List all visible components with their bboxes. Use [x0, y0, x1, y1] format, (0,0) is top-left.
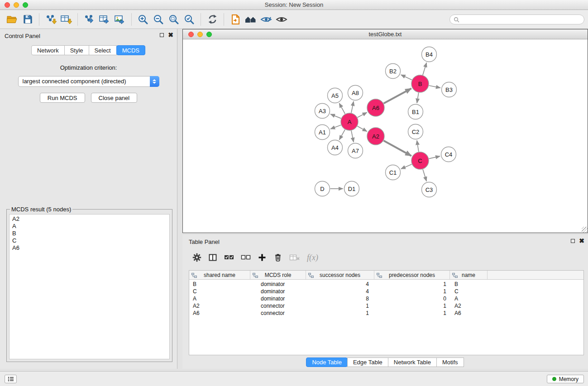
- network-close-button[interactable]: [188, 32, 194, 37]
- table-cell[interactable]: dominator: [250, 288, 306, 295]
- node-D[interactable]: D: [315, 181, 330, 196]
- node-A[interactable]: A: [341, 113, 358, 130]
- result-item-a6[interactable]: A6: [10, 244, 169, 252]
- table-cell[interactable]: C: [450, 288, 488, 295]
- tab-network-table[interactable]: Network Table: [388, 357, 437, 367]
- export-image-button[interactable]: [112, 12, 128, 27]
- table-cell[interactable]: A2: [189, 302, 250, 310]
- export-network-button[interactable]: [81, 12, 97, 27]
- optimization-criterion-select[interactable]: largest connected component (directed): [18, 76, 159, 87]
- edge-C-C2[interactable]: [417, 140, 419, 152]
- node-A8[interactable]: A8: [348, 86, 363, 100]
- node-B3[interactable]: B3: [442, 82, 457, 97]
- result-item-a[interactable]: A: [10, 223, 169, 230]
- network-canvas[interactable]: B4B2BB3A8A5A6A3B1AC2A1A2A4A7C4CC1C3DD1: [183, 39, 588, 233]
- node-B4[interactable]: B4: [422, 47, 437, 62]
- tab-select[interactable]: Select: [89, 45, 117, 55]
- tab-style[interactable]: Style: [64, 45, 89, 55]
- export-table-button[interactable]: [97, 12, 112, 27]
- column-header-name[interactable]: name: [450, 271, 488, 279]
- tab-motifs[interactable]: Motifs: [436, 357, 464, 367]
- edge-A-A3[interactable]: [330, 114, 341, 118]
- column-header-successor-nodes[interactable]: successor nodes: [306, 271, 374, 279]
- function-builder-button[interactable]: f(x): [307, 253, 318, 262]
- node-C[interactable]: C: [411, 152, 429, 169]
- edge-C-C3[interactable]: [423, 169, 426, 181]
- table-row-a2[interactable]: A2connector11A2: [189, 302, 583, 310]
- eye-tool-button[interactable]: [274, 12, 289, 27]
- network-minimize-button[interactable]: [197, 32, 203, 37]
- table-cell[interactable]: dominator: [250, 295, 306, 302]
- edge-A-A5[interactable]: [339, 103, 345, 114]
- open-session-button[interactable]: [5, 12, 20, 27]
- node-C2[interactable]: C2: [408, 124, 423, 139]
- node-C3[interactable]: C3: [422, 182, 437, 197]
- import-network-button[interactable]: [43, 12, 58, 27]
- table-cell[interactable]: A2: [450, 302, 488, 310]
- edge-A-A6[interactable]: [358, 112, 367, 117]
- table-cell[interactable]: A: [189, 295, 250, 302]
- node-A2[interactable]: A2: [367, 128, 384, 145]
- tab-mcds[interactable]: MCDS: [116, 45, 145, 55]
- refresh-layout-button[interactable]: [205, 12, 220, 27]
- table-cell[interactable]: B: [450, 281, 488, 288]
- edge-B-B4[interactable]: [423, 63, 426, 75]
- table-cell[interactable]: connector: [250, 302, 306, 310]
- edge-B-B1[interactable]: [417, 93, 419, 103]
- tab-node-table[interactable]: Node Table: [306, 357, 348, 367]
- table-cell[interactable]: C: [189, 288, 250, 295]
- add-column-button[interactable]: [258, 253, 267, 262]
- edge-A6-B[interactable]: [384, 89, 411, 104]
- result-item-c[interactable]: C: [10, 237, 169, 244]
- edge-A-A4[interactable]: [339, 129, 345, 140]
- table-settings-button[interactable]: [192, 253, 201, 262]
- node-D1[interactable]: D1: [344, 181, 359, 196]
- deselect-all-button[interactable]: [241, 253, 251, 262]
- table-cell[interactable]: 0: [374, 295, 450, 302]
- table-row-a6[interactable]: A6connector11A6: [189, 310, 583, 317]
- table-cell[interactable]: B: [189, 281, 250, 288]
- node-B1[interactable]: B1: [408, 105, 423, 119]
- zoom-out-button[interactable]: [151, 12, 166, 27]
- save-session-button[interactable]: [20, 12, 35, 27]
- edge-A-A8[interactable]: [351, 101, 354, 113]
- table-cell[interactable]: 1: [306, 302, 374, 310]
- float-panel-icon[interactable]: [160, 33, 164, 37]
- node-A7[interactable]: A7: [348, 143, 363, 158]
- memory-button[interactable]: Memory: [547, 375, 584, 383]
- table-cell[interactable]: 1: [374, 281, 450, 288]
- delete-table-button[interactable]: [289, 253, 300, 262]
- session-search[interactable]: [449, 14, 584, 24]
- column-header-MCDS-role[interactable]: MCDS role: [250, 271, 306, 279]
- node-A5[interactable]: A5: [328, 88, 343, 103]
- float-table-panel-icon[interactable]: [571, 239, 575, 243]
- edge-A-A2[interactable]: [358, 126, 367, 132]
- table-cell[interactable]: 4: [306, 281, 374, 288]
- table-cell[interactable]: connector: [250, 310, 306, 317]
- table-cell[interactable]: dominator: [250, 281, 306, 288]
- maximize-window-button[interactable]: [23, 2, 28, 8]
- table-row-c[interactable]: Cdominator41C: [189, 288, 583, 295]
- table-cell[interactable]: 4: [306, 288, 374, 295]
- node-C1[interactable]: C1: [386, 165, 401, 180]
- table-cell[interactable]: A6: [189, 310, 250, 317]
- edge-B-B2[interactable]: [401, 75, 412, 80]
- mcds-result-list[interactable]: A2ABCA6: [9, 214, 170, 359]
- edge-A-A1[interactable]: [330, 125, 341, 129]
- edge-B-B3[interactable]: [429, 86, 440, 88]
- minimize-window-button[interactable]: [14, 2, 19, 8]
- node-A6[interactable]: A6: [367, 99, 384, 116]
- column-header-shared-name[interactable]: shared name: [189, 271, 250, 279]
- zoom-fit-button[interactable]: [166, 12, 182, 27]
- homes-tool-button[interactable]: [243, 12, 258, 27]
- node-B2[interactable]: B2: [386, 64, 401, 79]
- table-row-b[interactable]: Bdominator41B: [189, 281, 583, 288]
- node-C4[interactable]: C4: [441, 147, 456, 162]
- tab-network[interactable]: Network: [31, 45, 65, 55]
- table-cell[interactable]: A6: [450, 310, 488, 317]
- table-cell[interactable]: 1: [374, 302, 450, 310]
- edge-A2-C[interactable]: [384, 141, 411, 156]
- zoom-in-button[interactable]: [135, 12, 151, 27]
- import-table-button[interactable]: [58, 12, 74, 27]
- node-A1[interactable]: A1: [315, 125, 330, 140]
